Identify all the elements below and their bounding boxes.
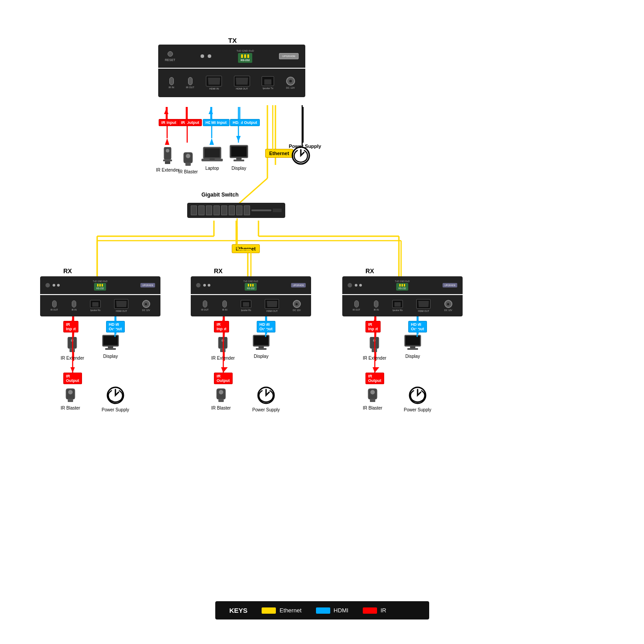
tx-display: Display	[229, 144, 249, 171]
tx-ethernet-badge: Ethernet	[265, 149, 293, 157]
svg-rect-53	[108, 346, 113, 348]
rx2-ir-output-label: IROutput	[214, 373, 233, 384]
gigabit-switch	[187, 203, 285, 218]
svg-marker-112	[373, 367, 379, 373]
rx2-power-supply: Power Supply	[252, 386, 280, 412]
svg-marker-27	[209, 138, 214, 145]
svg-rect-69	[372, 349, 377, 352]
rx3-display: Display	[404, 334, 422, 359]
rx2-ir-blaster: IR Blaster	[211, 387, 231, 410]
svg-rect-76	[407, 348, 418, 350]
connection-lines	[0, 0, 644, 644]
rx1-ir-output-label: IROutput	[63, 373, 82, 384]
key-hdmi: HDMI	[316, 607, 349, 614]
svg-point-49	[68, 390, 73, 394]
svg-rect-63	[254, 336, 268, 345]
rx2-ir-input-label: IRInput	[214, 321, 229, 332]
svg-point-57	[222, 339, 224, 342]
rx3-ir-extender: IR Extender	[363, 337, 386, 361]
rx2-ir-extender: IR Extender	[211, 337, 235, 361]
svg-rect-42	[236, 158, 242, 160]
tx-label: TX	[228, 37, 237, 44]
svg-rect-47	[70, 349, 75, 352]
diagram-container: TX RESET TxD GND RxD RS-232 UPGRADE	[0, 0, 644, 644]
tx-device-bottom: IR IN IR OUT HDMI IN HDMI OUT Ipcolor Tx	[158, 69, 305, 97]
svg-rect-65	[256, 348, 267, 350]
svg-rect-35	[185, 163, 191, 166]
svg-marker-106	[221, 367, 228, 373]
rx3-ir-input-label: IRInput	[365, 321, 381, 332]
rx1-device-top: TxD GND RxD RS-232 UPGRADE	[40, 276, 160, 294]
rx2-device-top: TxD GND RxD RS-232 UPGRADE	[191, 276, 311, 294]
rx1-hdmi-output-label: HDMIOutput	[106, 321, 125, 332]
svg-rect-56	[218, 337, 227, 349]
svg-marker-79	[164, 109, 168, 114]
svg-rect-67	[370, 337, 379, 349]
tx-laptop: Laptop	[201, 146, 223, 171]
upgrade-btn[interactable]: UPGRADE	[279, 53, 299, 59]
rx1-ir-extender: IR Extender	[61, 337, 84, 361]
svg-point-60	[219, 390, 223, 394]
svg-rect-64	[258, 346, 264, 348]
rx1-device-bottom: IR OUT IR IN Ipcolor Rx HDMI OUT DC 12V	[40, 295, 160, 316]
gigabit-switch-label: Gigabit Switch	[201, 192, 238, 198]
svg-marker-28	[236, 136, 241, 142]
svg-rect-31	[163, 160, 172, 161]
tx-device-top: RESET TxD GND RxD RS-232 UPGRADE	[158, 45, 305, 68]
rx1-ir-input-label: IRInput	[63, 321, 78, 332]
tx-ir-blaster: IR Blaster	[178, 151, 198, 174]
keys-bar: KEYS Ethernet HDMI IR	[215, 601, 429, 619]
rx3-power-supply: Power Supply	[404, 386, 431, 412]
svg-rect-50	[68, 399, 73, 402]
svg-point-68	[373, 339, 376, 342]
svg-rect-74	[406, 336, 420, 345]
ethernet-swatch	[262, 607, 276, 614]
svg-rect-32	[165, 161, 170, 164]
svg-rect-41	[231, 147, 246, 156]
rx3-device-bottom: IR OUT IR IN Ipcolor Rx HDMI OUT DC 12V	[342, 295, 463, 316]
rx3-ir-blaster: IR Blaster	[363, 387, 382, 410]
svg-rect-45	[68, 337, 77, 349]
svg-rect-72	[370, 399, 375, 402]
rx2-device-bottom: IR OUT IR IN Ipcolor Rx HDMI OUT DC 12V	[191, 295, 311, 316]
rx2-label: RX	[214, 267, 222, 275]
reset-label: RESET	[165, 58, 175, 62]
ethernet-middle-badge: Ethernet	[232, 244, 260, 252]
svg-rect-75	[410, 346, 415, 348]
rx2-display: Display	[252, 334, 270, 359]
svg-marker-100	[70, 367, 75, 373]
rx3-device-top: TxD GND RxD RS-232 UPGRADE	[342, 276, 463, 294]
svg-point-30	[166, 149, 169, 152]
svg-point-46	[71, 339, 74, 342]
keys-title: KEYS	[230, 607, 248, 614]
rx1-ir-blaster: IR Blaster	[61, 387, 80, 410]
svg-line-1	[236, 178, 267, 206]
svg-rect-58	[220, 349, 226, 352]
tx-ir-output-label: IR Output	[178, 118, 202, 126]
svg-point-34	[186, 154, 190, 158]
rx2-hdmi-output-label: HDMIOutput	[257, 321, 275, 332]
svg-rect-37	[205, 148, 220, 157]
rx3-hdmi-output-label: HDMIOutput	[408, 321, 427, 332]
rx1-display: Display	[102, 334, 119, 359]
rx1-power-supply: Power Supply	[102, 386, 129, 412]
key-ethernet: Ethernet	[262, 607, 301, 614]
svg-rect-61	[218, 399, 224, 402]
svg-rect-39	[209, 159, 215, 160]
additional-lines	[0, 0, 644, 644]
tx-ir-input-label: IR Input	[159, 118, 179, 126]
svg-marker-26	[165, 138, 169, 145]
ir-swatch	[363, 607, 377, 614]
tx-hdmi-output-label: HDMI Output	[230, 118, 260, 126]
hdmi-swatch	[316, 607, 330, 614]
svg-rect-52	[103, 336, 118, 345]
rx1-label: RX	[63, 267, 72, 275]
svg-point-71	[370, 390, 375, 394]
tx-power-supply	[291, 146, 310, 167]
key-ir: IR	[363, 607, 386, 614]
rx3-ir-output-label: IROutput	[365, 373, 384, 384]
tx-hdmi-input-label: HDMI Input	[203, 118, 230, 126]
tx-ir-extender: IR Extender	[156, 147, 180, 172]
svg-rect-54	[105, 348, 116, 350]
svg-marker-83	[209, 109, 213, 114]
